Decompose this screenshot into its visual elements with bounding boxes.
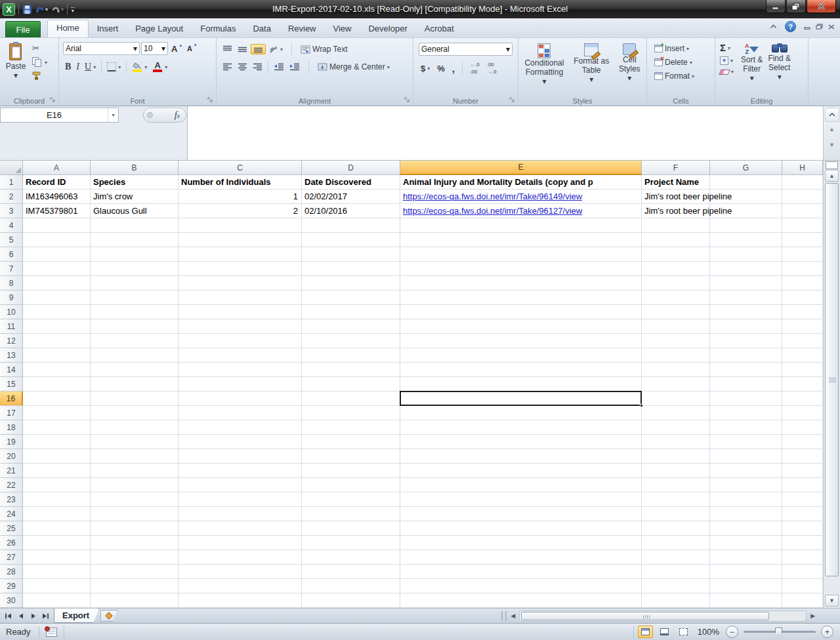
cell-G30[interactable] [710, 593, 782, 608]
cell-H22[interactable] [782, 478, 823, 492]
cell-C28[interactable] [178, 565, 302, 579]
insert-worksheet-button[interactable] [100, 610, 117, 622]
cell-H14[interactable] [782, 363, 823, 377]
cell-E22[interactable] [400, 478, 642, 492]
scroll-left-icon[interactable]: ◀ [507, 610, 519, 622]
page-layout-view-button[interactable] [657, 626, 672, 638]
cell-E23[interactable] [400, 492, 642, 507]
cell-C30[interactable] [178, 593, 302, 608]
vertical-scroll-thumb[interactable] [825, 183, 839, 576]
cell-A16[interactable] [23, 391, 91, 406]
cell-B10[interactable] [91, 305, 178, 319]
help-button[interactable]: ? [785, 21, 796, 32]
cell-D16[interactable] [302, 391, 400, 406]
underline-button[interactable]: U▾ [83, 61, 98, 73]
cell-D21[interactable] [302, 464, 400, 478]
cell-A8[interactable] [23, 276, 91, 290]
cell-G12[interactable] [710, 334, 782, 348]
row-header-29[interactable]: 29 [0, 579, 23, 593]
cell-C10[interactable] [178, 305, 302, 319]
cell-C15[interactable] [178, 377, 302, 391]
col-header-C[interactable]: C [178, 161, 302, 175]
align-middle-button[interactable] [236, 45, 249, 54]
cell-C11[interactable] [178, 319, 302, 334]
cell-A25[interactable] [23, 521, 91, 536]
cell-G7[interactable] [710, 262, 782, 276]
cell-H11[interactable] [782, 319, 823, 334]
number-format-select[interactable]: General▾ [419, 43, 513, 56]
cell-E3[interactable]: https://ecos-qa.fws.doi.net/imr/Take/961… [400, 204, 642, 218]
save-button[interactable] [22, 5, 32, 14]
cell-A9[interactable] [23, 290, 91, 305]
row-header-23[interactable]: 23 [0, 492, 23, 507]
scroll-up-icon[interactable]: ▲ [825, 170, 839, 182]
row-header-13[interactable]: 13 [0, 348, 23, 363]
cell-G28[interactable] [710, 565, 782, 579]
collapse-formula-bar-icon[interactable] [825, 108, 839, 122]
cell-H29[interactable] [782, 579, 823, 593]
sort-filter-button[interactable]: AZ Sort &Filter▾ [738, 42, 765, 84]
orientation-button[interactable]: ▾ [267, 45, 285, 54]
cell-C9[interactable] [178, 290, 302, 305]
cell-E17[interactable] [400, 406, 642, 420]
col-header-A[interactable]: A [23, 161, 91, 175]
col-header-G[interactable]: G [710, 161, 782, 175]
cell-G10[interactable] [710, 305, 782, 319]
cell-E7[interactable] [400, 262, 642, 276]
cell-E4[interactable] [400, 218, 642, 233]
cell-A26[interactable] [23, 536, 91, 550]
cell-D26[interactable] [302, 536, 400, 550]
cell-C23[interactable] [178, 492, 302, 507]
row-header-17[interactable]: 17 [0, 406, 23, 420]
cell-G16[interactable] [710, 391, 782, 406]
cell-D29[interactable] [302, 579, 400, 593]
cell-A3[interactable]: IM745379801 [23, 204, 91, 218]
cell-C7[interactable] [178, 262, 302, 276]
col-header-B[interactable]: B [91, 161, 178, 175]
cell-H7[interactable] [782, 262, 823, 276]
cell-B7[interactable] [91, 262, 178, 276]
cell-E29[interactable] [400, 579, 642, 593]
cell-D22[interactable] [302, 478, 400, 492]
number-dialog-launcher[interactable] [509, 97, 516, 104]
workbook-close-icon[interactable] [828, 24, 835, 30]
font-size-select[interactable]: 10▾ [141, 42, 168, 55]
cell-F20[interactable] [642, 449, 710, 464]
cell-E24[interactable] [400, 507, 642, 521]
zoom-out-button[interactable]: − [726, 626, 738, 638]
tab-page-layout[interactable]: Page Layout [127, 20, 192, 37]
cell-F9[interactable] [642, 290, 710, 305]
cell-F16[interactable] [642, 391, 710, 406]
cell-A1[interactable]: Record ID [23, 175, 91, 190]
cell-H17[interactable] [782, 406, 823, 420]
cell-H3[interactable] [782, 204, 823, 218]
cell-H19[interactable] [782, 435, 823, 449]
cell-G23[interactable] [710, 492, 782, 507]
cell-G22[interactable] [710, 478, 782, 492]
cell-B9[interactable] [91, 290, 178, 305]
cell-F24[interactable] [642, 507, 710, 521]
zoom-slider[interactable] [744, 631, 816, 633]
cell-E13[interactable] [400, 348, 642, 363]
cell-F10[interactable] [642, 305, 710, 319]
tab-insert[interactable]: Insert [89, 20, 127, 37]
cell-H12[interactable] [782, 334, 823, 348]
cell-E1[interactable]: Animal Injury and Mortality Details (cop… [400, 175, 642, 190]
restore-button[interactable] [786, 0, 806, 13]
cell-F25[interactable] [642, 521, 710, 536]
col-header-D[interactable]: D [302, 161, 400, 175]
cell-A19[interactable] [23, 435, 91, 449]
row-header-8[interactable]: 8 [0, 276, 23, 290]
cell-C16[interactable] [178, 391, 302, 406]
prev-sheet-icon[interactable] [15, 610, 26, 622]
autosum-button[interactable]: Σ▾ [718, 43, 736, 53]
cell-F30[interactable] [642, 593, 710, 608]
cell-G9[interactable] [710, 290, 782, 305]
cell-D4[interactable] [302, 218, 400, 233]
fill-button[interactable]: ▼▾ [718, 56, 736, 66]
zoom-in-button[interactable]: + [821, 626, 833, 638]
cell-H13[interactable] [782, 348, 823, 363]
cell-H9[interactable] [782, 290, 823, 305]
conditional-formatting-button[interactable]: ConditionalFormatting▾ [522, 42, 566, 87]
cell-B28[interactable] [91, 565, 178, 579]
